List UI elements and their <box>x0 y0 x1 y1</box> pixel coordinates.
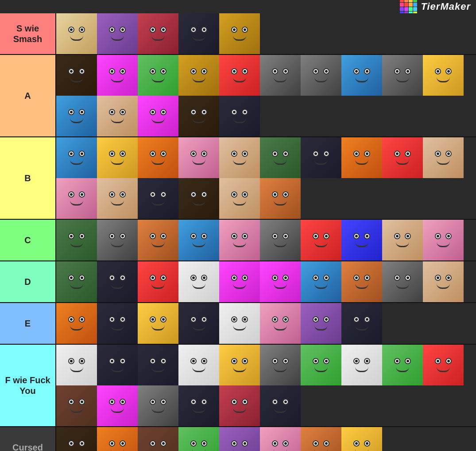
tier-label-text-b: B <box>24 173 31 183</box>
tier-item-d8[interactable] <box>341 261 382 302</box>
tier-item-b10[interactable] <box>423 137 464 178</box>
tier-item-c4[interactable] <box>178 220 219 260</box>
tier-item-f1[interactable] <box>56 345 97 385</box>
tier-item-d3[interactable] <box>138 261 178 302</box>
tier-item-f12[interactable] <box>97 385 138 426</box>
tier-item-f3[interactable] <box>138 345 178 385</box>
tier-item-f5[interactable] <box>219 345 260 385</box>
tier-item-b2[interactable] <box>97 137 138 178</box>
tier-item-f11[interactable] <box>56 385 97 426</box>
tier-item-b7[interactable] <box>301 137 341 178</box>
tier-item-c9[interactable] <box>382 220 423 260</box>
tier-item-cu1[interactable] <box>56 427 97 451</box>
tier-item-b16[interactable] <box>260 178 301 219</box>
tier-item-d2[interactable] <box>97 261 138 302</box>
tier-item-a15[interactable] <box>219 96 260 136</box>
tier-item-a8[interactable] <box>341 55 382 96</box>
tier-item-a9[interactable] <box>382 55 423 96</box>
tier-item-b13[interactable] <box>138 178 178 219</box>
tier-item-d7[interactable] <box>301 261 341 302</box>
tier-item-c10[interactable] <box>423 220 464 260</box>
tier-item-c1[interactable] <box>56 220 97 260</box>
tier-items-b <box>55 137 476 219</box>
header: TierMaker <box>0 0 476 13</box>
tier-item-f14[interactable] <box>178 385 219 426</box>
tier-item-a11[interactable] <box>56 96 97 136</box>
tier-item-e4[interactable] <box>178 303 219 344</box>
tier-item-cu4[interactable] <box>178 427 219 451</box>
tier-item-b11[interactable] <box>56 178 97 219</box>
tier-label-text-e: E <box>25 318 31 329</box>
tier-item-e7[interactable] <box>301 303 341 344</box>
tier-item-c2[interactable] <box>97 220 138 260</box>
tier-item-a10[interactable] <box>423 55 464 96</box>
tier-item-a13[interactable] <box>138 96 178 136</box>
tier-item-f8[interactable] <box>341 345 382 385</box>
tier-label-text-cursed: Cursed <box>12 442 43 451</box>
tier-item-f16[interactable] <box>260 385 301 426</box>
tier-item-d9[interactable] <box>382 261 423 302</box>
tier-item-s2[interactable] <box>97 13 138 54</box>
tier-item-b3[interactable] <box>138 137 178 178</box>
tier-item-c6[interactable] <box>260 220 301 260</box>
tier-item-cu5[interactable] <box>219 427 260 451</box>
tier-item-b1[interactable] <box>56 137 97 178</box>
tier-item-b15[interactable] <box>219 178 260 219</box>
tier-item-e6[interactable] <box>260 303 301 344</box>
tier-item-a4[interactable] <box>178 55 219 96</box>
tier-item-c8[interactable] <box>341 220 382 260</box>
tier-item-c5[interactable] <box>219 220 260 260</box>
tier-item-b12[interactable] <box>97 178 138 219</box>
tier-label-text-s: S wie Smash <box>2 23 54 44</box>
tier-item-d4[interactable] <box>178 261 219 302</box>
tier-item-a5[interactable] <box>219 55 260 96</box>
tier-item-a14[interactable] <box>178 96 219 136</box>
tier-item-b5[interactable] <box>219 137 260 178</box>
tier-item-a12[interactable] <box>97 96 138 136</box>
tier-item-d1[interactable] <box>56 261 97 302</box>
tier-item-cu2[interactable] <box>97 427 138 451</box>
tier-item-f9[interactable] <box>382 345 423 385</box>
tier-item-b4[interactable] <box>178 137 219 178</box>
tier-item-e1[interactable] <box>56 303 97 344</box>
tier-item-a3[interactable] <box>138 55 178 96</box>
tier-item-cu8[interactable] <box>341 427 382 451</box>
tier-item-d10[interactable] <box>423 261 464 302</box>
tier-item-c7[interactable] <box>301 220 341 260</box>
tier-item-cu7[interactable] <box>301 427 341 451</box>
tier-item-b9[interactable] <box>382 137 423 178</box>
tier-item-s5[interactable] <box>219 13 260 54</box>
tier-item-b14[interactable] <box>178 178 219 219</box>
tier-item-f6[interactable] <box>260 345 301 385</box>
tier-item-d5[interactable] <box>219 261 260 302</box>
tier-item-a2[interactable] <box>97 55 138 96</box>
tier-item-e3[interactable] <box>138 303 178 344</box>
tier-item-f4[interactable] <box>178 345 219 385</box>
tier-item-cu3[interactable] <box>138 427 178 451</box>
tier-item-a6[interactable] <box>260 55 301 96</box>
tier-item-c3[interactable] <box>138 220 178 260</box>
tier-item-e2[interactable] <box>97 303 138 344</box>
tier-item-e8[interactable] <box>341 303 382 344</box>
tier-item-cu6[interactable] <box>260 427 301 451</box>
tier-item-s4[interactable] <box>178 13 219 54</box>
tier-items-cursed <box>55 427 476 451</box>
tier-item-s1[interactable] <box>56 13 97 54</box>
tier-item-s3[interactable] <box>138 13 178 54</box>
tier-items-a <box>55 55 476 136</box>
tier-item-e5[interactable] <box>219 303 260 344</box>
tier-item-b8[interactable] <box>341 137 382 178</box>
tier-items-c <box>55 220 476 260</box>
tier-items-s <box>55 13 476 54</box>
tier-item-b6[interactable] <box>260 137 301 178</box>
tier-item-f2[interactable] <box>97 345 138 385</box>
tier-item-d6[interactable] <box>260 261 301 302</box>
tier-item-a1[interactable] <box>56 55 97 96</box>
tier-row-a: A <box>0 55 476 137</box>
tier-item-f10[interactable] <box>423 345 464 385</box>
tier-item-f15[interactable] <box>219 385 260 426</box>
tier-item-a7[interactable] <box>301 55 341 96</box>
tier-item-f7[interactable] <box>301 345 341 385</box>
tier-row-s: S wie Smash <box>0 13 476 55</box>
tier-item-f13[interactable] <box>138 385 178 426</box>
